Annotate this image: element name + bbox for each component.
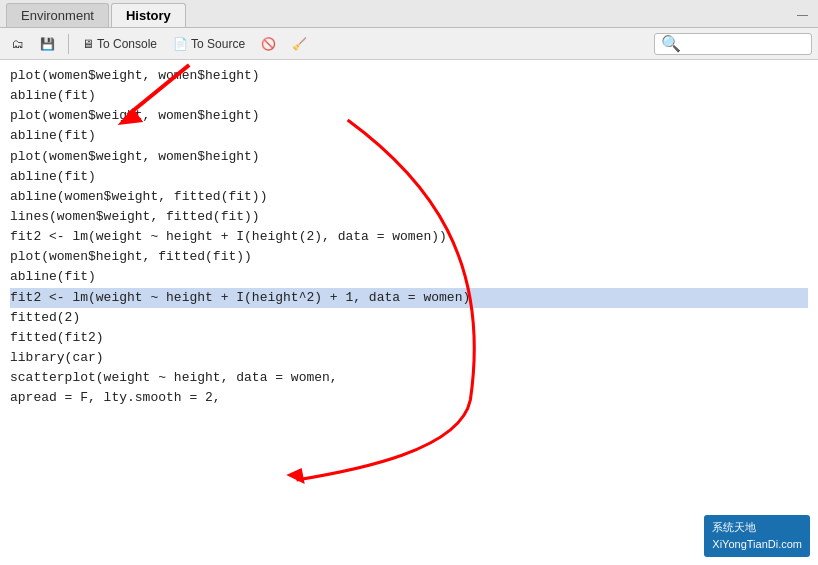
code-line[interactable]: lines(women$weight, fitted(fit)) <box>10 207 808 227</box>
code-line[interactable]: fitted(fit2) <box>10 328 808 348</box>
code-line[interactable]: abline(fit) <box>10 126 808 146</box>
tab-history[interactable]: History <box>111 3 186 27</box>
search-input[interactable] <box>685 37 805 51</box>
save-button[interactable]: 💾 <box>34 35 61 53</box>
code-line[interactable]: plot(women$weight, women$height) <box>10 147 808 167</box>
code-line[interactable]: plot(women$weight, women$height) <box>10 66 808 86</box>
search-icon: 🔍 <box>661 34 681 53</box>
save-icon: 💾 <box>40 37 55 51</box>
open-icon: 🗂 <box>12 37 24 51</box>
code-line[interactable]: plot(women$height, fitted(fit)) <box>10 247 808 267</box>
code-line[interactable]: abline(fit) <box>10 86 808 106</box>
code-line[interactable]: fit2 <- lm(weight ~ height + I(height(2)… <box>10 227 808 247</box>
separator-1 <box>68 34 69 54</box>
code-line[interactable]: abline(fit) <box>10 167 808 187</box>
watermark: 系统天地 XiYongTianDi.com <box>704 515 810 557</box>
open-button[interactable]: 🗂 <box>6 35 30 53</box>
tab-environment[interactable]: Environment <box>6 3 109 27</box>
watermark-line1: 系统天地 <box>712 519 802 536</box>
to-console-label: To Console <box>97 37 157 51</box>
to-source-label: To Source <box>191 37 245 51</box>
code-line[interactable]: plot(women$weight, women$height) <box>10 106 808 126</box>
search-box[interactable]: 🔍 <box>654 33 812 55</box>
code-line[interactable]: abline(women$weight, fitted(fit)) <box>10 187 808 207</box>
clear-icon: 🧹 <box>292 37 307 51</box>
to-source-button[interactable]: 📄 To Source <box>167 35 251 53</box>
code-line[interactable]: fit2 <- lm(weight ~ height + I(height^2)… <box>10 288 808 308</box>
svg-marker-2 <box>286 468 304 484</box>
code-line[interactable]: fitted(2) <box>10 308 808 328</box>
code-area: plot(women$weight, women$height)abline(f… <box>0 60 818 565</box>
to-console-icon: 🖥 <box>82 37 94 51</box>
code-line[interactable]: apread = F, lty.smooth = 2, <box>10 388 808 408</box>
code-line[interactable]: abline(fit) <box>10 267 808 287</box>
title-bar: Environment History — <box>0 0 818 28</box>
clear-button[interactable]: 🧹 <box>286 35 313 53</box>
to-console-button[interactable]: 🖥 To Console <box>76 35 163 53</box>
toolbar: 🗂 💾 🖥 To Console 📄 To Source 🚫 🧹 🔍 <box>0 28 818 60</box>
delete-button[interactable]: 🚫 <box>255 35 282 53</box>
tab-bar: Environment History <box>6 0 188 27</box>
minimize-button[interactable]: — <box>793 6 812 22</box>
delete-icon: 🚫 <box>261 37 276 51</box>
watermark-line2: XiYongTianDi.com <box>712 536 802 553</box>
code-line[interactable]: scatterplot(weight ~ height, data = wome… <box>10 368 808 388</box>
code-line[interactable]: library(car) <box>10 348 808 368</box>
to-source-icon: 📄 <box>173 37 188 51</box>
